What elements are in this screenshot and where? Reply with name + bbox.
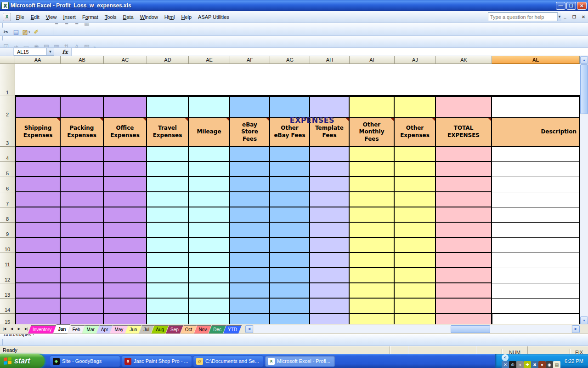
cell-AL-2[interactable] (492, 96, 580, 118)
row-header-1[interactable]: 1 (0, 64, 15, 96)
cell-AB-10[interactable] (61, 238, 104, 253)
horizontal-scrollbar[interactable]: ◀ ▶ (245, 324, 580, 334)
cell-AI-6[interactable] (350, 177, 395, 192)
cell-AF-13[interactable] (230, 283, 270, 299)
cell-AB-8[interactable] (61, 207, 104, 223)
cell-AK-13[interactable] (436, 283, 492, 299)
scroll-down-icon[interactable]: ▼ (580, 316, 588, 324)
cell-AH-12[interactable] (310, 268, 350, 283)
cell-AD-14[interactable] (147, 299, 189, 314)
cell-AC-15[interactable] (104, 314, 147, 324)
cell-AJ-6[interactable] (395, 177, 436, 192)
select-all-corner[interactable] (0, 56, 15, 64)
cell-AI-8[interactable] (350, 207, 395, 223)
cell-AK-6[interactable] (436, 177, 492, 192)
cell-AH-2[interactable] (310, 96, 350, 118)
align-center-icon[interactable]: ≡ (62, 23, 72, 27)
cell-AC-4[interactable] (104, 147, 147, 162)
messenger-icon[interactable]: ◉ (546, 361, 553, 368)
cell-AE-10[interactable] (189, 238, 230, 253)
cell-AL-14[interactable] (492, 299, 580, 314)
column-header-AF[interactable]: AF (230, 56, 270, 64)
cell-AL-7[interactable] (492, 192, 580, 207)
menu-window[interactable]: Window (137, 12, 161, 22)
cell-AA-12[interactable] (15, 268, 61, 283)
cell-AG-15[interactable] (270, 314, 310, 324)
cell-AD-5[interactable] (147, 162, 189, 177)
cell-AG-2[interactable] (270, 96, 310, 118)
doc-restore-button[interactable]: ❐ (571, 14, 578, 20)
close-button[interactable]: ✕ (577, 2, 587, 10)
cell-AK-7[interactable] (436, 192, 492, 207)
cell-AC-8[interactable] (104, 207, 147, 223)
cell-AF-4[interactable] (230, 147, 270, 162)
align-right-icon[interactable]: ≡ (72, 23, 82, 27)
menu-asap-utilities[interactable]: ASAP Utilities (195, 12, 232, 22)
row-header-8[interactable]: 8 (0, 207, 15, 223)
cell-AH-14[interactable] (310, 299, 350, 314)
cell-AK-11[interactable] (436, 253, 492, 268)
column-header-AG[interactable]: AG (270, 56, 310, 64)
cell-AA-9[interactable] (15, 223, 61, 238)
menu-help[interactable]: Help (178, 12, 195, 22)
cell-AJ-4[interactable] (395, 147, 436, 162)
cell-AK-5[interactable] (436, 162, 492, 177)
row-header-9[interactable]: 9 (0, 223, 15, 238)
row-header-4[interactable]: 4 (0, 147, 15, 162)
wireless-icon[interactable]: ≈ (516, 361, 524, 368)
cell-AL-8[interactable] (492, 207, 580, 223)
cell-AI-15[interactable] (350, 314, 395, 324)
cell-AA-8[interactable] (15, 207, 61, 223)
cell-AG-11[interactable] (270, 253, 310, 268)
tray-chevron-icon[interactable]: < (502, 354, 509, 361)
cell-AF-12[interactable] (230, 268, 270, 283)
tab-scroll-last-icon[interactable]: ▶| (23, 326, 30, 333)
sheet-tab-dec[interactable]: Dec (209, 325, 226, 334)
cell-AD-13[interactable] (147, 283, 189, 299)
cell-AC-10[interactable] (104, 238, 147, 253)
menu-file[interactable]: File (13, 12, 28, 22)
insert-function-button[interactable]: fx (59, 48, 72, 56)
row-header-11[interactable]: 11 (0, 253, 15, 268)
start-button[interactable]: start (0, 354, 45, 368)
menu-insert[interactable]: Insert (60, 12, 79, 22)
task-button-1[interactable]: ◈Site - GoodyBags (50, 356, 120, 367)
row-header-12[interactable]: 12 (0, 268, 15, 283)
cell-AF-5[interactable] (230, 162, 270, 177)
cell-AC-9[interactable] (104, 223, 147, 238)
cell-AL-12[interactable] (492, 268, 580, 283)
cell-AE-11[interactable] (189, 253, 230, 268)
cell-AB-15[interactable] (61, 314, 104, 324)
listbox-control-icon[interactable]: ▤ (41, 42, 51, 48)
column-header-AH[interactable]: AH (310, 56, 350, 64)
cell-AB-9[interactable] (61, 223, 104, 238)
sheet-tab-feb[interactable]: Feb (68, 325, 85, 334)
cell-AH-6[interactable] (310, 177, 350, 192)
cell-AF-6[interactable] (230, 177, 270, 192)
menu-format[interactable]: Format (79, 12, 102, 22)
cell-AL-9[interactable] (492, 223, 580, 238)
cell-AG-14[interactable] (270, 299, 310, 314)
cell-AC-12[interactable] (104, 268, 147, 283)
computer-alert-icon[interactable]: ✖ (531, 361, 538, 368)
cell-AH-13[interactable] (310, 283, 350, 299)
cell-AI-4[interactable] (350, 147, 395, 162)
cell-AB-4[interactable] (61, 147, 104, 162)
sheet-tab-oct[interactable]: Oct (181, 325, 197, 334)
shield-update-icon[interactable]: ✚ (524, 361, 531, 368)
sheet-tab-ytd[interactable]: YTD (223, 325, 242, 334)
cell-AI-2[interactable] (350, 96, 395, 118)
align-left-icon[interactable]: ≡ (51, 23, 62, 27)
cell-AG-12[interactable] (270, 268, 310, 283)
cell-AG-9[interactable] (270, 223, 310, 238)
cell-AJ-7[interactable] (395, 192, 436, 207)
cell-AE-5[interactable] (189, 162, 230, 177)
column-header-AB[interactable]: AB (61, 56, 104, 64)
label-control-icon[interactable]: A (72, 42, 82, 48)
copy-icon[interactable]: ▤ (11, 28, 21, 36)
button-control-icon[interactable]: ▭ (21, 42, 31, 48)
row-header-6[interactable]: 6 (0, 177, 15, 192)
sheet-tab-apr[interactable]: Apr (96, 325, 113, 334)
cell-AB-2[interactable] (61, 96, 104, 118)
cell-AF-7[interactable] (230, 192, 270, 207)
